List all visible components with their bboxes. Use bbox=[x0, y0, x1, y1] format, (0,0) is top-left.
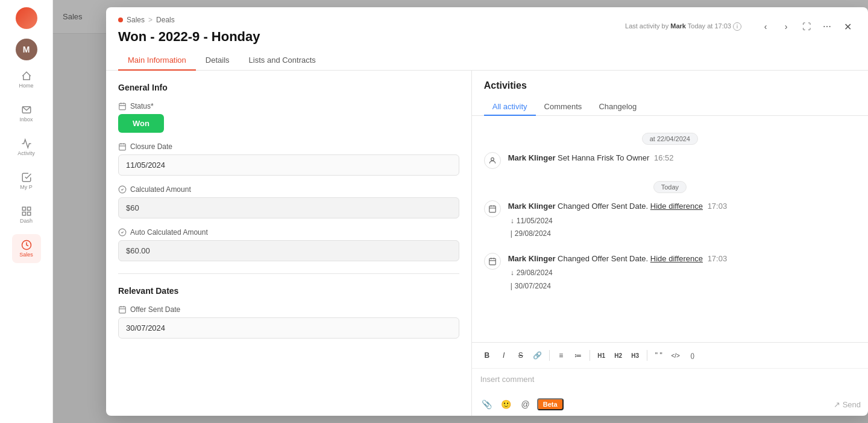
status-button[interactable]: Won bbox=[118, 114, 164, 133]
breadcrumb-dot bbox=[118, 17, 123, 22]
tab-main-information[interactable]: Main Information bbox=[118, 51, 196, 71]
toolbar-separator-3 bbox=[647, 350, 647, 361]
last-activity-time: Today at 17:03 bbox=[688, 22, 731, 30]
activity-entry-1: Mark Klinger Set Hanna Frisk To Owner 16… bbox=[484, 152, 856, 169]
hide-diff-link-2[interactable]: Hide difference bbox=[650, 254, 703, 263]
arrow-down-1: ↓ bbox=[511, 215, 514, 228]
section-divider bbox=[118, 273, 459, 274]
activity-user-1: Mark Klinger bbox=[508, 153, 556, 162]
tab-details[interactable]: Details bbox=[196, 51, 239, 71]
italic-button[interactable]: I bbox=[496, 348, 512, 363]
h1-button[interactable]: H1 bbox=[594, 348, 609, 363]
svg-rect-1 bbox=[22, 207, 25, 210]
mention-button[interactable]: @ bbox=[518, 396, 533, 412]
send-button[interactable]: ↗ Send bbox=[834, 400, 861, 409]
calendar-icon-3 bbox=[118, 305, 127, 314]
breadcrumb-page: Deals bbox=[156, 16, 175, 24]
last-activity-prefix: Last activity by bbox=[625, 22, 668, 30]
link-button[interactable]: 🔗 bbox=[530, 348, 546, 363]
comment-placeholder: Insert comment bbox=[480, 375, 535, 384]
arrow-down-2: ↓ bbox=[511, 267, 514, 280]
user-avatar[interactable]: M bbox=[16, 39, 37, 60]
emoji-button[interactable]: 🙂 bbox=[498, 396, 514, 412]
tab-lists-contracts[interactable]: Lists and Contracts bbox=[239, 51, 326, 71]
unordered-list-button[interactable]: ≔ bbox=[570, 348, 586, 363]
activities-header: Activities All activity Comments Changel… bbox=[472, 71, 868, 116]
sidebar-item-inbox[interactable]: Inbox bbox=[12, 99, 41, 128]
activity-content-2: Mark Klinger Changed Offer Sent Date. Hi… bbox=[508, 200, 856, 241]
more-options-button[interactable]: ⋯ bbox=[819, 18, 835, 35]
closure-date-label: Closure Date bbox=[118, 142, 459, 151]
app-logo[interactable] bbox=[16, 7, 37, 29]
activity-action-1: Set Hanna Frisk To Owner bbox=[558, 153, 649, 162]
ordered-list-button[interactable]: ≡ bbox=[553, 348, 569, 363]
sidebar-item-label: Inbox bbox=[19, 116, 33, 122]
code-button[interactable]: </> bbox=[668, 348, 684, 363]
sidebar-item-label: Dash bbox=[20, 218, 33, 224]
auto-calculated-amount-label: Auto Calculated Amount bbox=[118, 228, 459, 237]
diff-value-2b: 30/07/2024 bbox=[515, 280, 551, 293]
modal-title: Won - 2022-9 - Honday bbox=[118, 29, 260, 45]
breadcrumb-separator: > bbox=[148, 16, 153, 24]
auto-calculated-amount-input bbox=[118, 240, 459, 261]
right-panel: Activities All activity Comments Changel… bbox=[472, 71, 868, 416]
sidebar-item-tasks[interactable]: My P bbox=[12, 167, 41, 196]
beta-button[interactable]: Beta bbox=[537, 398, 564, 410]
closure-date-input[interactable] bbox=[118, 154, 459, 176]
offer-sent-date-input[interactable] bbox=[118, 317, 459, 339]
bold-button[interactable]: B bbox=[479, 348, 495, 363]
svg-rect-25 bbox=[489, 258, 495, 265]
sidebar: M Home Inbox Activity My P Dash Sales bbox=[0, 0, 53, 423]
send-icon: ↗ bbox=[834, 400, 840, 409]
activity-person-icon bbox=[484, 152, 501, 169]
svg-rect-3 bbox=[22, 212, 25, 215]
h2-button[interactable]: H2 bbox=[611, 348, 626, 363]
amount-icon bbox=[118, 185, 127, 194]
blockquote-button[interactable]: " " bbox=[651, 348, 667, 363]
tab-comments[interactable]: Comments bbox=[536, 98, 591, 116]
activity-time-1: 16:52 bbox=[654, 153, 674, 162]
sidebar-item-home[interactable]: Home bbox=[12, 65, 41, 94]
activity-calendar-icon-1 bbox=[484, 200, 501, 217]
strikethrough-button[interactable]: S bbox=[513, 348, 529, 363]
attach-button[interactable]: 📎 bbox=[479, 396, 495, 412]
comment-input[interactable]: Insert comment bbox=[472, 369, 868, 393]
status-field-label: Status* bbox=[130, 102, 154, 110]
tab-all-activity[interactable]: All activity bbox=[484, 98, 536, 116]
next-button[interactable]: › bbox=[778, 18, 794, 35]
activities-tabs: All activity Comments Changelog bbox=[484, 98, 856, 115]
activity-diff-1: ↓ 11/05/2024 | 29/08/2024 bbox=[508, 215, 856, 241]
calculated-amount-label: Calculated Amount bbox=[118, 185, 459, 194]
hide-diff-link-1[interactable]: Hide difference bbox=[650, 202, 703, 211]
sidebar-item-dashboard[interactable]: Dash bbox=[12, 200, 41, 229]
activity-user-3: Mark Klinger bbox=[508, 254, 556, 263]
activity-entry-3: Mark Klinger Changed Offer Sent Date. Hi… bbox=[484, 253, 856, 293]
math-button[interactable]: () bbox=[685, 348, 700, 363]
diff-value-1a: 11/05/2024 bbox=[517, 215, 553, 228]
svg-rect-21 bbox=[489, 206, 495, 212]
auto-amount-icon bbox=[118, 228, 127, 237]
close-button[interactable]: ✕ bbox=[839, 18, 856, 35]
h3-button[interactable]: H3 bbox=[627, 348, 643, 363]
prev-button[interactable]: ‹ bbox=[757, 18, 774, 35]
relevant-dates-title: Relevant Dates bbox=[118, 286, 459, 296]
svg-rect-4 bbox=[27, 212, 30, 215]
status-label: Status* bbox=[118, 102, 459, 110]
modal-body: General Info Status* Won Closure D bbox=[106, 71, 868, 416]
sidebar-item-activity[interactable]: Activity bbox=[12, 133, 41, 162]
tab-changelog[interactable]: Changelog bbox=[590, 98, 645, 116]
sidebar-item-label: Home bbox=[19, 83, 33, 89]
activity-content-3: Mark Klinger Changed Offer Sent Date. Hi… bbox=[508, 253, 856, 293]
sidebar-item-sales[interactable]: Sales bbox=[12, 234, 41, 263]
date-badge-1: at 22/04/2024 bbox=[484, 133, 856, 145]
editor-bottom-left: 📎 🙂 @ Beta bbox=[479, 396, 564, 412]
date-badge-label-today: Today bbox=[653, 181, 687, 193]
activity-text-1: Mark Klinger Set Hanna Frisk To Owner 16… bbox=[508, 152, 856, 164]
expand-button[interactable]: ⛶ bbox=[798, 18, 815, 35]
last-activity-user: Mark bbox=[670, 22, 686, 30]
activity-diff-row-2b: | 30/07/2024 bbox=[511, 280, 856, 293]
comment-editor: B I S 🔗 ≡ ≔ H1 H2 H3 " " bbox=[472, 342, 868, 416]
activities-title: Activities bbox=[484, 80, 856, 91]
activity-time-2: 17:03 bbox=[708, 202, 728, 211]
breadcrumb-section: Sales bbox=[127, 16, 145, 24]
